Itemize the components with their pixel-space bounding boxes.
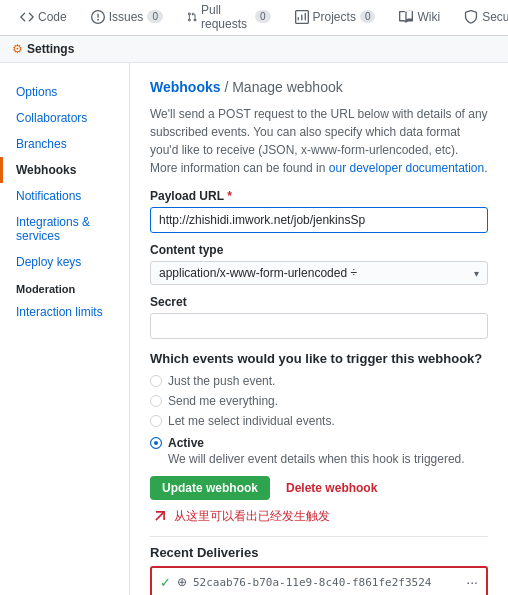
breadcrumb-parent[interactable]: Webhooks (150, 79, 221, 95)
webhook-description: We'll send a POST request to the URL bel… (150, 105, 488, 177)
repo-tab-bar: Code Issues 0 Pull requests 0 Projects 0… (0, 0, 508, 36)
sidebar-item-integrations[interactable]: Integrations & services (0, 209, 129, 249)
content-type-value: application/x-www-form-urlencoded ÷ (159, 266, 474, 280)
pr-icon (187, 10, 197, 24)
delivery-globe-icon: ⊕ (177, 575, 187, 589)
issues-icon (91, 10, 105, 24)
active-section: Active We will deliver event details whe… (150, 436, 488, 466)
update-webhook-button[interactable]: Update webhook (150, 476, 270, 500)
issues-count: 0 (147, 10, 163, 23)
tab-projects-label: Projects (313, 10, 356, 24)
chevron-down-icon: ▾ (474, 268, 479, 279)
annotation-text: 从这里可以看出已经发生触发 (174, 508, 330, 525)
tab-code-label: Code (38, 10, 67, 24)
gear-icon: ⚙ (12, 42, 23, 56)
content-area: Webhooks / Manage webhook We'll send a P… (130, 63, 508, 595)
active-label-row: Active (150, 436, 488, 450)
tab-issues-label: Issues (109, 10, 144, 24)
tab-issues[interactable]: Issues 0 (79, 0, 175, 36)
sidebar-item-branches[interactable]: Branches (0, 131, 129, 157)
radio-send-everything: Send me everything. (150, 394, 488, 408)
delivery-hash-text: 52caab76-b70a-11e9-8c40-f861fe2f3524 (193, 576, 466, 589)
settings-tab-label[interactable]: Settings (27, 42, 74, 56)
content-type-select[interactable]: application/x-www-form-urlencoded ÷ ▾ (150, 261, 488, 285)
tab-code[interactable]: Code (8, 0, 79, 36)
sidebar-item-options[interactable]: Options (0, 79, 129, 105)
pr-count: 0 (255, 10, 271, 23)
developer-docs-link[interactable]: our developer documentation (329, 161, 484, 175)
delivery-more-button[interactable]: ··· (466, 574, 478, 590)
action-buttons: Update webhook Delete webhook (150, 476, 488, 500)
tab-wiki-label: Wiki (417, 10, 440, 24)
security-icon (464, 10, 478, 24)
active-label-text: Active (168, 436, 204, 450)
content-type-label: Content type (150, 243, 488, 257)
secret-group: Secret (150, 295, 488, 339)
svg-line-0 (156, 512, 164, 520)
projects-icon (295, 10, 309, 24)
sidebar-section-moderation: Moderation (0, 275, 129, 299)
breadcrumb-current: Manage webhook (232, 79, 343, 95)
radio-let-me-select-label: Let me select individual events. (168, 414, 335, 428)
radio-just-push: Just the push event. (150, 374, 488, 388)
radio-just-push-label: Just the push event. (168, 374, 275, 388)
wiki-icon (399, 10, 413, 24)
tab-pull-requests[interactable]: Pull requests 0 (175, 0, 283, 36)
tab-pr-label: Pull requests (201, 3, 251, 31)
payload-url-group: Payload URL * (150, 189, 488, 233)
events-question: Which events would you like to trigger t… (150, 351, 488, 366)
main-content: Options Collaborators Branches Webhooks … (0, 63, 508, 595)
tab-wiki[interactable]: Wiki (387, 0, 452, 36)
tab-security-label: Security (482, 10, 508, 24)
payload-url-input[interactable] (150, 207, 488, 233)
secret-label: Secret (150, 295, 488, 309)
delivery-check-icon: ✓ (160, 575, 171, 590)
projects-count: 0 (360, 10, 376, 23)
settings-tab-bar: ⚙ Settings (0, 36, 508, 63)
radio-send-everything-dot (150, 395, 162, 407)
radio-send-everything-label: Send me everything. (168, 394, 278, 408)
sidebar-item-deploy-keys[interactable]: Deploy keys (0, 249, 129, 275)
sidebar: Options Collaborators Branches Webhooks … (0, 63, 130, 595)
recent-deliveries-header: Recent Deliveries (150, 536, 488, 560)
secret-input[interactable] (150, 313, 488, 339)
sidebar-item-notifications[interactable]: Notifications (0, 183, 129, 209)
code-icon (20, 10, 34, 24)
delete-webhook-button[interactable]: Delete webhook (278, 476, 385, 500)
sidebar-item-collaborators[interactable]: Collaborators (0, 105, 129, 131)
required-marker: * (227, 189, 232, 203)
radio-let-me-select: Let me select individual events. (150, 414, 488, 428)
radio-let-me-select-dot (150, 415, 162, 427)
sidebar-item-interaction-limits[interactable]: Interaction limits (0, 299, 129, 325)
breadcrumb: Webhooks / Manage webhook (150, 79, 488, 95)
active-description: We will deliver event details when this … (168, 452, 488, 466)
delivery-row[interactable]: ✓ ⊕ 52caab76-b70a-11e9-8c40-f861fe2f3524… (150, 566, 488, 595)
sidebar-item-webhooks[interactable]: Webhooks (0, 157, 129, 183)
active-radio-dot (150, 437, 162, 449)
annotation-row: 从这里可以看出已经发生触发 (150, 506, 488, 526)
tab-projects[interactable]: Projects 0 (283, 0, 388, 36)
radio-just-push-dot (150, 375, 162, 387)
tab-security[interactable]: Security (452, 0, 508, 36)
payload-url-label: Payload URL * (150, 189, 488, 203)
arrow-icon (146, 502, 174, 530)
content-type-group: Content type application/x-www-form-urle… (150, 243, 488, 285)
